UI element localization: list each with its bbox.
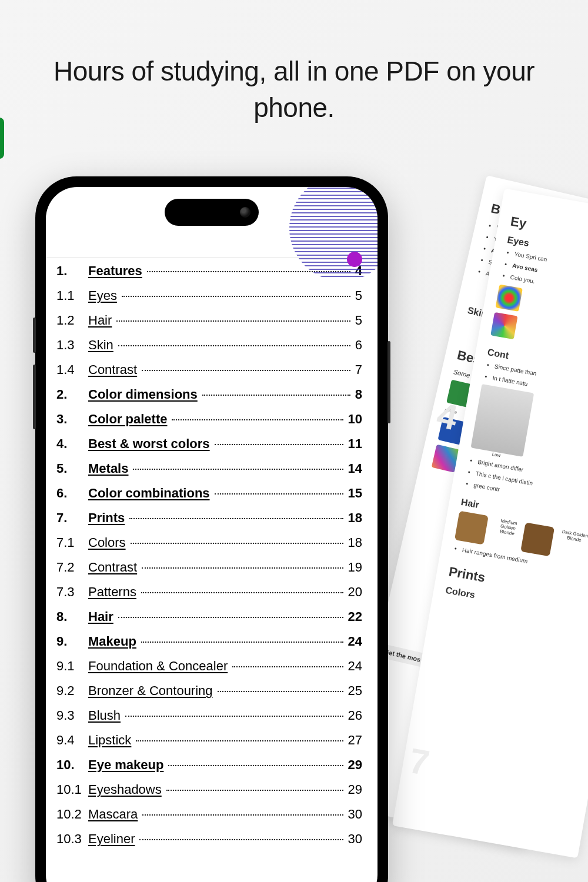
- toc-title: Color palette: [88, 409, 167, 429]
- toc-number: 9.4: [56, 730, 83, 750]
- toc-page-number: 11: [348, 434, 362, 453]
- toc-row[interactable]: 2.Color dimensions8: [56, 382, 362, 406]
- toc-row[interactable]: 7.3Patterns20: [56, 579, 362, 604]
- table-of-contents: 1.Features41.1Eyes51.2Hair51.3Skin61.4Co…: [46, 258, 377, 851]
- toc-title: Best & worst colors: [88, 434, 210, 453]
- toc-row[interactable]: 1.4Contrast7: [56, 357, 362, 382]
- bg2-portrait: [471, 384, 534, 457]
- toc-number: 10.2: [56, 804, 83, 824]
- toc-title: Contrast: [88, 360, 137, 379]
- toc-page-number: 25: [348, 681, 362, 700]
- toc-row[interactable]: 9.1Foundation & Concealer24: [56, 653, 362, 678]
- decorative-dot-icon: [347, 252, 362, 267]
- toc-leader-dots: [136, 740, 343, 741]
- toc-row[interactable]: 4.Best & worst colors11: [56, 431, 362, 456]
- toc-row[interactable]: 9.4Lipstick27: [56, 727, 362, 752]
- background-pages: Blush You n on yo You c more pinki Avoid…: [412, 188, 588, 882]
- toc-leader-dots: [131, 543, 343, 544]
- toc-page-number: 30: [348, 804, 362, 824]
- toc-row[interactable]: 9.Makeup24: [56, 629, 362, 653]
- toc-row[interactable]: 8.Hair22: [56, 604, 362, 629]
- decorative-lines-icon: [289, 187, 377, 281]
- toc-page-number: 30: [348, 829, 362, 848]
- toc-row[interactable]: 3.Color palette10: [56, 406, 362, 431]
- toc-row[interactable]: 9.3Blush26: [56, 703, 362, 727]
- toc-leader-dots: [139, 839, 343, 840]
- toc-title: Color combinations: [88, 483, 210, 503]
- toc-row[interactable]: 1.2Hair5: [56, 308, 362, 332]
- toc-title: Eyes: [88, 286, 117, 305]
- toc-page-number: 5: [355, 310, 362, 330]
- toc-leader-dots: [172, 419, 343, 420]
- toc-title: Metals: [88, 459, 128, 478]
- toc-page-number: 20: [348, 582, 362, 602]
- toc-leader-dots: [215, 444, 343, 445]
- toc-page-number: 26: [348, 706, 362, 725]
- edge-tab: [0, 118, 4, 159]
- toc-number: 1.: [56, 261, 83, 280]
- toc-page-number: 5: [355, 286, 362, 305]
- toc-leader-dots: [133, 469, 343, 470]
- toc-leader-dots: [141, 642, 343, 643]
- toc-row[interactable]: 10.2Mascara30: [56, 801, 362, 826]
- toc-title: Bronzer & Contouring: [88, 681, 213, 700]
- dynamic-island: [165, 199, 259, 226]
- headline: Hours of studying, all in one PDF on you…: [0, 0, 588, 149]
- toc-leader-dots: [118, 345, 350, 346]
- toc-page-number: 15: [348, 483, 362, 503]
- toc-leader-dots: [232, 666, 343, 667]
- toc-title: Features: [88, 261, 142, 280]
- toc-page-number: 18: [348, 508, 362, 527]
- toc-title: Hair: [88, 310, 112, 330]
- toc-title: Patterns: [88, 582, 136, 602]
- toc-title: Blush: [88, 706, 121, 725]
- toc-number: 8.: [56, 607, 83, 626]
- toc-page-number: 7: [355, 360, 362, 379]
- toc-row[interactable]: 5.Metals14: [56, 456, 362, 480]
- toc-number: 9.2: [56, 681, 83, 700]
- phone-side-button: [387, 341, 390, 423]
- toc-page-number: 14: [348, 459, 362, 478]
- toc-leader-dots: [142, 370, 350, 371]
- toc-leader-dots: [166, 790, 343, 791]
- toc-page-number: 22: [348, 607, 362, 626]
- toc-row[interactable]: 7.1Colors18: [56, 530, 362, 554]
- toc-leader-dots: [122, 296, 350, 297]
- toc-number: 3.: [56, 409, 83, 429]
- toc-number: 1.2: [56, 310, 83, 330]
- toc-row[interactable]: 10.1Eyeshadows29: [56, 777, 362, 801]
- toc-leader-dots: [141, 592, 343, 593]
- toc-row[interactable]: 9.2Bronzer & Contouring25: [56, 678, 362, 703]
- toc-number: 1.1: [56, 286, 83, 305]
- toc-row[interactable]: 6.Color combinations15: [56, 480, 362, 505]
- toc-row[interactable]: 10.Eye makeup29: [56, 752, 362, 777]
- toc-number: 6.: [56, 483, 83, 503]
- toc-number: 9.3: [56, 706, 83, 725]
- toc-row[interactable]: 1.3Skin6: [56, 332, 362, 357]
- toc-number: 2.: [56, 385, 83, 404]
- toc-leader-dots: [125, 716, 343, 717]
- toc-page-number: 10: [348, 409, 362, 429]
- toc-number: 7.1: [56, 533, 83, 552]
- toc-row[interactable]: 10.3Eyeliner30: [56, 826, 362, 851]
- toc-title: Eyeshadows: [88, 780, 162, 799]
- toc-leader-dots: [168, 765, 343, 766]
- toc-page-number: 19: [348, 557, 362, 577]
- toc-number: 4.: [56, 434, 83, 453]
- toc-leader-dots: [116, 320, 350, 322]
- toc-page-number: 6: [355, 335, 362, 355]
- phone-frame: 1.Features41.1Eyes51.2Hair51.3Skin61.4Co…: [35, 176, 388, 882]
- toc-leader-dots: [215, 493, 343, 495]
- toc-number: 1.4: [56, 360, 83, 379]
- toc-row[interactable]: 7.Prints18: [56, 505, 362, 530]
- toc-row[interactable]: 7.2Contrast19: [56, 554, 362, 579]
- toc-title: Skin: [88, 335, 113, 355]
- toc-number: 9.1: [56, 656, 83, 676]
- toc-title: Foundation & Concealer: [88, 656, 228, 676]
- toc-page-number: 27: [348, 730, 362, 750]
- toc-number: 5.: [56, 459, 83, 478]
- toc-title: Makeup: [88, 632, 136, 651]
- toc-row[interactable]: 1.1Eyes5: [56, 283, 362, 308]
- toc-page-number: 18: [348, 533, 362, 552]
- toc-title: Eyeliner: [88, 829, 135, 848]
